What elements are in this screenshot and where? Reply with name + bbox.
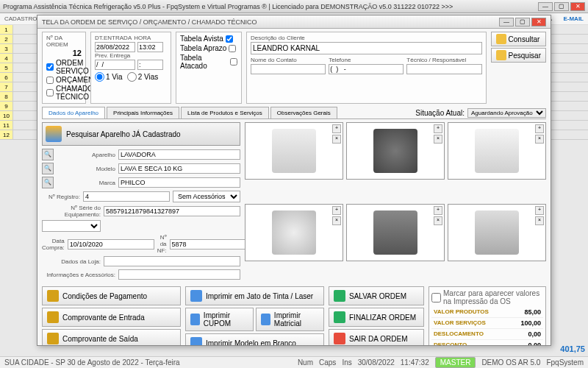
menu-item[interactable]: CADASTROS — [4, 15, 41, 22]
photo-slot[interactable]: +× — [245, 122, 343, 180]
photo-del-icon[interactable]: × — [434, 135, 442, 144]
app-titlebar: Programa Assistência Técnica Refrigeraçã… — [0, 0, 588, 13]
master-badge: MASTER — [435, 357, 476, 368]
order-number-value: 12 — [46, 49, 82, 57]
printer-icon — [190, 290, 202, 302]
drum-icon — [373, 129, 417, 173]
comp-entrada-button[interactable]: Comprovante de Entrada — [42, 308, 181, 327]
tab-produtos[interactable]: Lista de Produtos e Serviços — [181, 107, 269, 118]
extra-select[interactable] — [42, 220, 101, 232]
modal-maximize[interactable]: ▢ — [515, 18, 530, 26]
exit-icon — [334, 333, 345, 344]
row-num: 6 — [0, 73, 13, 82]
aparelho-input[interactable] — [118, 149, 240, 160]
mag-icon[interactable]: 🔍 — [42, 163, 54, 174]
device-icon — [46, 126, 62, 142]
comp-saida-button[interactable]: Comprovante de Saída — [42, 329, 181, 345]
loja-input[interactable] — [104, 256, 240, 266]
tabs: Dados do Aparelho Principais Informações… — [42, 107, 546, 119]
registro-input[interactable] — [83, 191, 170, 202]
contact-input[interactable] — [251, 64, 326, 74]
photo-del-icon[interactable]: × — [332, 216, 341, 225]
photo-del-icon[interactable]: × — [434, 216, 442, 225]
entry-date-input[interactable] — [95, 42, 135, 52]
tech-input[interactable] — [406, 64, 481, 74]
entry-time-input[interactable] — [137, 42, 163, 52]
tabela-avista-check[interactable]: Tabela Avista — [180, 35, 237, 43]
via2-radio[interactable]: 2 Vias — [127, 72, 159, 82]
via1-radio[interactable]: 1 Via — [95, 72, 123, 82]
mark-check[interactable]: Marcar para aparecer valores na Impressã… — [431, 289, 543, 305]
door-icon — [272, 210, 316, 255]
sair-button[interactable]: SAIR DA ORDEM — [329, 329, 424, 345]
modal-close[interactable]: ✕ — [531, 18, 546, 26]
marca-input[interactable] — [118, 177, 240, 188]
photo-add-icon[interactable]: + — [332, 206, 341, 215]
mag-icon[interactable]: 🔍 — [42, 177, 54, 188]
date-box: DT.ENTRADAHORA Prev. Entrega 1 Via 2 Via… — [90, 32, 171, 104]
acessorios-select[interactable]: Sem Acessórios — [173, 191, 240, 202]
printer-icon — [190, 337, 202, 345]
print-cupom-button[interactable]: Imprimir CUPOM — [185, 308, 254, 331]
motor-icon — [373, 210, 417, 255]
minimize-button[interactable]: — — [538, 2, 553, 11]
tabela-atacado-check[interactable]: Tabela Atacado — [180, 54, 237, 70]
photo-del-icon[interactable]: × — [535, 135, 544, 144]
close-button[interactable]: ✕ — [570, 2, 585, 11]
window-controls: — ▢ ✕ — [538, 2, 585, 11]
check-icon — [334, 290, 345, 302]
modal-titlebar: TELA DA ORDEM DE SERVIÇO / ORÇAMENTO / C… — [37, 15, 551, 29]
photo-add-icon[interactable]: + — [332, 124, 341, 133]
print-jato-button[interactable]: Imprimir em Jato de Tinta / Laser — [185, 286, 324, 305]
row-num: 4 — [0, 54, 13, 63]
maximize-button[interactable]: ▢ — [554, 2, 569, 11]
orcamento-check[interactable]: ORÇAMENTO — [46, 76, 82, 84]
photo-slot[interactable]: +× — [448, 204, 546, 261]
nf-input[interactable] — [170, 239, 257, 250]
mag-icon[interactable]: 🔍 — [42, 149, 54, 160]
modal-minimize[interactable]: — — [499, 18, 514, 26]
email-link[interactable]: E-MAIL — [563, 15, 584, 22]
finalizar-button[interactable]: FINALIZAR ORDEM — [329, 308, 424, 327]
prev-time-input[interactable] — [137, 60, 163, 70]
pesquisar-button[interactable]: Pesquisar — [491, 48, 546, 63]
serie-input[interactable] — [104, 206, 240, 216]
row-num: 8 — [0, 92, 13, 101]
tab-dados-aparelho[interactable]: Dados do Aparelho — [42, 107, 105, 118]
row-num: 3 — [0, 44, 13, 53]
cond-pagamento-button[interactable]: Condições de Pagamento — [42, 286, 181, 305]
photo-add-icon[interactable]: + — [535, 206, 544, 215]
printer-icon — [190, 314, 200, 325]
photo-slot[interactable]: +× — [245, 204, 343, 261]
photo-slot[interactable]: +× — [346, 204, 445, 261]
info-input[interactable] — [118, 269, 240, 280]
status-select[interactable]: Aguardando Aprovação — [467, 108, 546, 118]
data-compra-input[interactable] — [68, 239, 154, 250]
tab-obs[interactable]: Observações Gerais — [270, 107, 337, 118]
photo-add-icon[interactable]: + — [434, 124, 442, 133]
search-device-button[interactable]: Pesquisar Aparelho JÁ Cadastrado — [42, 122, 240, 146]
salvar-button[interactable]: SALVAR ORDEM — [329, 286, 424, 305]
photo-add-icon[interactable]: + — [535, 124, 544, 133]
search-buttons: Consultar Pesquisar — [491, 32, 546, 104]
tabela-aprazo-check[interactable]: Tabela Aprazo — [180, 44, 237, 52]
chamado-check[interactable]: CHAMADO TÉCNICO — [46, 85, 82, 101]
modelo-input[interactable] — [118, 163, 240, 174]
photo-slot[interactable]: +× — [448, 122, 546, 180]
washer-front-icon — [272, 129, 316, 173]
photo-add-icon[interactable]: + — [434, 206, 442, 215]
corner-total: 401,75 — [560, 344, 585, 353]
order-number-label: Nº DA ORDEM — [46, 35, 82, 48]
ordem-servico-check[interactable]: ORDEM SERVIÇO — [46, 59, 82, 75]
consultar-button[interactable]: Consultar — [491, 32, 546, 46]
photo-slot[interactable]: +× — [346, 122, 445, 180]
tabela-box: Tabela Avista Tabela Aprazo Tabela Ataca… — [176, 32, 242, 104]
tab-principais[interactable]: Principais Informações — [107, 107, 179, 118]
photo-del-icon[interactable]: × — [332, 135, 341, 144]
prev-date-input[interactable] — [95, 60, 135, 70]
print-matricial-button[interactable]: Imprimir Matricial — [256, 308, 324, 331]
phone-input[interactable] — [329, 64, 404, 74]
print-branco-button[interactable]: Imprimir Modelo em Branco — [185, 333, 324, 345]
client-name-input[interactable] — [251, 42, 482, 54]
photo-del-icon[interactable]: × — [535, 216, 544, 225]
